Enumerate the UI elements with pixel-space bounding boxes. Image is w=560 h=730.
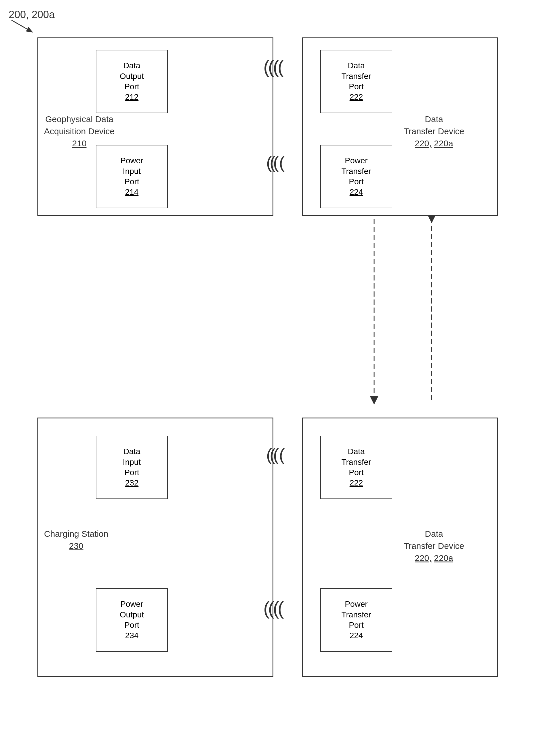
bottom-power-waves: )))) — [265, 598, 284, 619]
svg-line-0 — [12, 20, 32, 32]
bottom-data-waves: ((( ( — [266, 445, 283, 465]
data-input-port-box: Data Input Port 232 — [96, 436, 168, 499]
charging-station-label: Charging Station 230 — [44, 528, 108, 552]
data-output-port-box: Data Output Port 212 — [96, 50, 168, 113]
charging-station-box: Data Input Port 232 Power Output Port 23… — [37, 418, 273, 677]
top-power-waves: ((( ( — [266, 153, 283, 172]
bottom-power-transfer-port-box: Power Transfer Port 224 — [320, 588, 392, 652]
top-data-transfer-device-label: Data Transfer Device 220, 220a — [398, 113, 470, 149]
bottom-data-transfer-port-box: Data Transfer Port 222 — [320, 436, 392, 499]
top-power-transfer-port-box: Power Transfer Port 224 — [320, 145, 392, 208]
power-output-port-box: Power Output Port 234 — [96, 588, 168, 652]
top-data-transfer-device-box: Data Transfer Port 222 Power Transfer Po… — [302, 37, 498, 216]
power-input-port-box: Power Input Port 214 — [96, 145, 168, 208]
top-data-transfer-port-box: Data Transfer Port 222 — [320, 50, 392, 113]
dashed-arrows-svg — [302, 216, 504, 418]
geophysical-device-box: Data Output Port 212 Power Input Port 21… — [37, 37, 273, 216]
bottom-data-transfer-device-box: Data Transfer Port 222 Power Transfer Po… — [302, 418, 498, 677]
bottom-data-transfer-device-label: Data Transfer Device 220, 220a — [398, 528, 470, 564]
ref-arrow — [9, 17, 43, 35]
top-data-waves: )))) — [265, 56, 284, 78]
geophysical-device-label: Geophysical Data Acquisition Device 210 — [44, 113, 115, 149]
